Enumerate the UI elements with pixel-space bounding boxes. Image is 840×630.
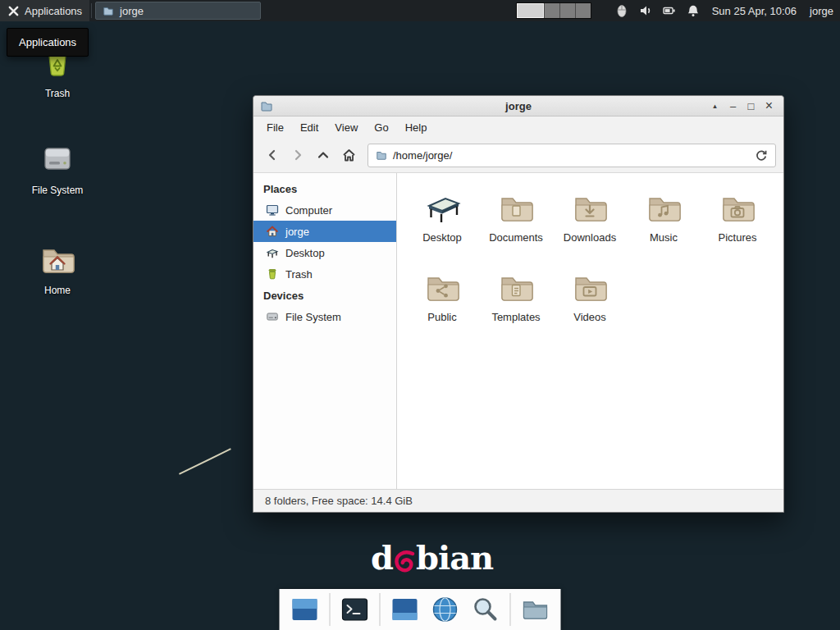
terminal-icon xyxy=(340,595,370,624)
dock-separator xyxy=(510,593,511,626)
mouse-icon[interactable] xyxy=(614,3,629,18)
desktop: Applications jorge xyxy=(0,0,840,630)
sidebar-item-file-system[interactable]: File System xyxy=(253,306,396,327)
sidebar-item-label: Computer xyxy=(285,204,332,217)
menubar: File Edit View Go Help xyxy=(253,116,783,138)
desktop-icon-label: Home xyxy=(44,285,71,296)
file-item-desktop[interactable]: Desktop xyxy=(405,185,479,264)
menu-go[interactable]: Go xyxy=(366,116,396,138)
filesystem-icon xyxy=(38,139,77,179)
file-item-public[interactable]: Public xyxy=(405,264,479,344)
applications-menu-button[interactable]: Applications xyxy=(0,0,89,21)
panel-window-icon xyxy=(390,595,420,624)
dock xyxy=(280,589,561,630)
folder-icon xyxy=(521,595,550,624)
workspace-2[interactable] xyxy=(544,3,559,18)
chevron-up-icon xyxy=(317,148,330,162)
sidebar-item-jorge[interactable]: jorge xyxy=(253,221,396,242)
globe-icon xyxy=(431,595,460,624)
computer-icon xyxy=(266,203,279,217)
path-bar[interactable]: /home/jorge/ xyxy=(368,144,776,167)
status-text: 8 folders, Free space: 14.4 GiB xyxy=(265,495,413,507)
workspace-3[interactable] xyxy=(559,3,575,18)
close-button[interactable]: × xyxy=(761,98,777,114)
notification-bell-icon[interactable] xyxy=(686,3,701,18)
desktop-icon-home[interactable]: Home xyxy=(18,240,97,296)
minimize-button[interactable]: – xyxy=(725,98,741,114)
file-item-templates[interactable]: Templates xyxy=(479,264,553,344)
desktop-stray-line xyxy=(179,448,231,474)
maximize-button[interactable]: □ xyxy=(743,98,759,114)
desktop-icon-filesystem[interactable]: File System xyxy=(18,139,97,196)
window-folder-icon xyxy=(260,99,273,112)
panel-separator xyxy=(91,3,92,18)
path-folder-icon xyxy=(376,149,387,161)
chevron-left-icon xyxy=(266,148,279,162)
dock-search-button[interactable] xyxy=(470,593,501,626)
magnifier-icon xyxy=(471,595,500,624)
panel-clock[interactable]: Sun 25 Apr, 10:06 xyxy=(712,5,797,17)
file-item-music[interactable]: Music xyxy=(627,185,701,264)
dock-file-manager-button[interactable] xyxy=(520,593,551,626)
titlebar[interactable]: jorge ▴ – □ × xyxy=(253,96,783,116)
applications-tooltip: Applications xyxy=(7,28,89,57)
file-item-downloads[interactable]: Downloads xyxy=(553,185,627,264)
file-item-documents[interactable]: Documents xyxy=(479,185,553,264)
taskbar-window-button[interactable]: jorge xyxy=(95,2,261,20)
path-text[interactable]: /home/jorge/ xyxy=(393,149,749,162)
reload-icon[interactable] xyxy=(755,148,768,162)
menu-file[interactable]: File xyxy=(258,116,292,138)
menu-help[interactable]: Help xyxy=(397,116,436,138)
file-label: Downloads xyxy=(564,231,616,244)
workspace-switcher xyxy=(516,2,591,19)
chevron-right-icon xyxy=(291,148,304,162)
file-label: Documents xyxy=(489,231,543,244)
volume-icon[interactable] xyxy=(638,3,653,18)
sidebar-item-trash[interactable]: Trash xyxy=(253,263,396,285)
sidebar-header-devices: Devices xyxy=(253,285,396,306)
file-label: Videos xyxy=(573,311,606,323)
desktop-icon xyxy=(266,246,279,259)
menu-edit[interactable]: Edit xyxy=(292,116,326,138)
videos-folder-icon xyxy=(570,267,609,307)
file-label: Desktop xyxy=(422,231,462,244)
file-label: Music xyxy=(650,231,678,244)
pictures-folder-icon xyxy=(718,188,757,227)
drive-icon xyxy=(266,310,279,323)
debian-logo: d bian xyxy=(371,541,493,574)
sidebar-item-label: Desktop xyxy=(285,247,325,259)
desktop-window-icon xyxy=(290,595,320,624)
user-home-icon xyxy=(266,225,279,238)
home-icon xyxy=(341,148,357,163)
debian-swirl-icon xyxy=(394,549,415,573)
menu-view[interactable]: View xyxy=(326,116,366,138)
panel-right-cluster: Sun 25 Apr, 10:06 jorge xyxy=(516,2,840,19)
forward-button[interactable] xyxy=(286,144,309,167)
sidebar-item-computer[interactable]: Computer xyxy=(253,199,396,221)
home-button[interactable] xyxy=(337,144,360,167)
applications-icon xyxy=(7,5,20,17)
file-item-pictures[interactable]: Pictures xyxy=(701,185,774,264)
shade-button[interactable]: ▴ xyxy=(707,98,723,114)
workspace-1[interactable] xyxy=(517,3,544,18)
battery-icon[interactable] xyxy=(662,3,677,18)
file-item-videos[interactable]: Videos xyxy=(553,264,627,344)
top-panel: Applications jorge xyxy=(0,0,840,21)
dock-show-desktop-button[interactable] xyxy=(290,593,321,626)
dock-browser-button[interactable] xyxy=(430,593,461,626)
desktop-icon-label: Trash xyxy=(45,88,70,99)
dock-terminal-button[interactable] xyxy=(340,593,371,626)
back-button[interactable] xyxy=(261,144,284,167)
dock-workspace-button[interactable] xyxy=(390,593,421,626)
music-folder-icon xyxy=(644,188,683,227)
sidebar-item-desktop[interactable]: Desktop xyxy=(253,242,396,263)
sidebar-item-label: jorge xyxy=(285,226,309,238)
dock-separator xyxy=(380,593,381,626)
trash-icon xyxy=(266,267,279,281)
window-title: jorge xyxy=(253,100,783,112)
documents-folder-icon xyxy=(496,188,536,227)
file-grid: Desktop Documents xyxy=(397,173,783,489)
sidebar: Places Computer jorge xyxy=(253,173,397,489)
up-button[interactable] xyxy=(312,144,335,167)
workspace-4[interactable] xyxy=(575,3,591,18)
